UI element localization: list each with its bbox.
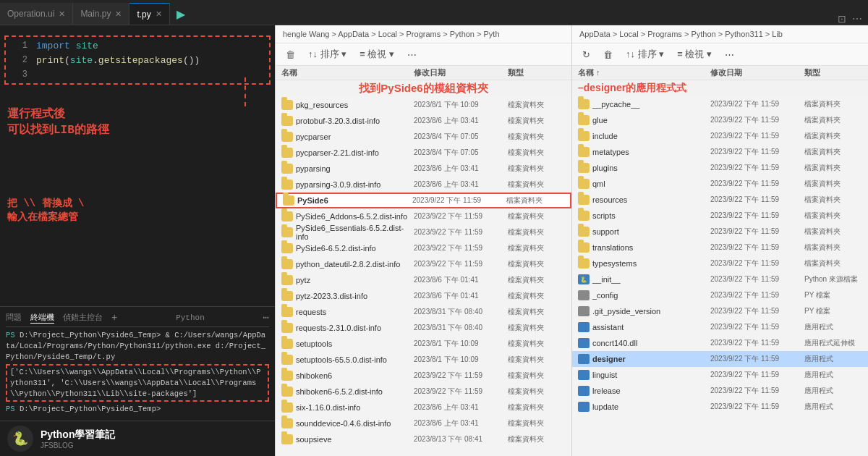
file-row-pyside6[interactable]: PySide6 2023/9/22 下午 11:59 檔案資料夾 xyxy=(276,193,571,208)
folder-icon-resources xyxy=(578,195,590,205)
file-row-pyparsing[interactable]: pyparsing 2023/8/6 上午 03:41 檔案資料夾 xyxy=(276,161,571,177)
file-row-pycache[interactable]: __pycache__ 2023/9/22 下午 11:59 檔案資料夾 xyxy=(572,96,868,112)
add-terminal-button[interactable]: + xyxy=(111,312,117,324)
file-row-protobuf[interactable]: protobuf-3.20.3.dist-info 2023/8/6 上午 03… xyxy=(276,113,571,129)
close-tab-main-icon[interactable]: ✕ xyxy=(115,9,122,19)
close-tab-t-icon[interactable]: ✕ xyxy=(156,9,162,19)
toolbar-more-btn[interactable]: ⋯ xyxy=(403,48,421,62)
toolbar-view-btn[interactable]: ≡ 檢視 ▾ xyxy=(355,46,399,62)
right-toolbar-refresh-btn[interactable]: ↻ xyxy=(578,48,595,62)
file-row-config[interactable]: _config 2023/9/22 下午 11:59 PY 檔案 xyxy=(572,287,868,303)
tab-extra-icons: ⊡ ⋯ xyxy=(838,13,868,25)
file-row-requests-dist[interactable]: requests-2.31.0.dist-info 2023/8/31 下午 0… xyxy=(276,320,571,336)
tab-operation[interactable]: Operation.ui ✕ xyxy=(0,3,73,25)
line-number-2: 2 xyxy=(13,55,27,65)
explorer-panels: hengle Wang > AppData > Local > Programs… xyxy=(275,25,868,456)
file-row-typesystems[interactable]: typesystems 2023/9/22 下午 11:59 檔案資料夾 xyxy=(572,256,868,271)
terminal-more-icon[interactable]: ⋯ xyxy=(263,311,269,324)
split-editor-icon[interactable]: ⊡ xyxy=(838,13,846,25)
right-breadcrumb: AppData > Local > Programs > Python > Py… xyxy=(572,25,868,43)
right-panel-wrapper: AppData > Local > Programs > Python > Py… xyxy=(571,25,868,456)
file-row-pycparser-dist[interactable]: pycparser-2.21.dist-info 2023/8/4 下午 07:… xyxy=(276,145,571,161)
tab-main-label: Main.py xyxy=(80,9,111,19)
tab-terminal[interactable]: 終端機 xyxy=(30,312,54,324)
file-row-pyside6-addons[interactable]: PySide6_Addons-6.5.2.dist-info 2023/9/22… xyxy=(276,208,571,224)
file-row-init[interactable]: 🐍 __init__ 2023/9/22 下午 11:59 Python 來源檔… xyxy=(572,271,868,287)
file-row-metatypes[interactable]: metatypes 2023/9/22 下午 11:59 檔案資料夾 xyxy=(572,144,868,160)
folder-icon-qml xyxy=(578,179,590,189)
folder-icon-include xyxy=(578,131,590,141)
file-row-pyside6-essentials[interactable]: PySide6_Essentials-6.5.2.dist-info 2023/… xyxy=(276,224,571,240)
col-header-date: 修改日期 xyxy=(414,67,508,78)
file-row-qml[interactable]: qml 2023/9/22 下午 11:59 檔案資料夾 xyxy=(572,176,868,192)
folder-icon-protobuf xyxy=(281,116,293,126)
file-row-glue[interactable]: glue 2023/9/22 下午 11:59 檔案資料夾 xyxy=(572,112,868,128)
file-row-shiboken6[interactable]: shiboken6 2023/9/22 下午 11:59 檔案資料夾 xyxy=(276,368,571,384)
tab-problems[interactable]: 問題 xyxy=(6,312,22,323)
file-row-shiboken6-dist[interactable]: shiboken6-6.5.2.dist-info 2023/9/22 下午 1… xyxy=(276,384,571,400)
file-row-pkg-resources[interactable]: pkg_resources 2023/8/1 下午 10:09 檔案資料夾 xyxy=(276,97,571,113)
folder-icon-translations xyxy=(578,242,590,253)
file-row-designer[interactable]: designer 2023/9/22 下午 11:59 應用程式 xyxy=(572,351,868,367)
line-number-3: 3 xyxy=(13,69,27,80)
folder-icon-six xyxy=(281,402,293,413)
toolbar-sort-btn[interactable]: ↑↓ 排序 ▾ xyxy=(304,46,351,62)
file-row-plugins[interactable]: plugins 2023/9/22 下午 11:59 檔案資料夾 xyxy=(572,160,868,176)
middle-explorer-header: 名稱 修改日期 類型 xyxy=(276,66,571,80)
file-row-include[interactable]: include 2023/9/22 下午 11:59 檔案資料夾 xyxy=(572,128,868,144)
file-icon-concrt140 xyxy=(578,338,590,348)
file-row-scripts[interactable]: scripts 2023/9/22 下午 11:59 檔案資料夾 xyxy=(572,208,868,224)
right-col-header-name: 名稱 ↑ xyxy=(578,67,710,78)
file-row-setuptools[interactable]: setuptools 2023/8/1 下午 10:09 檔案資料夾 xyxy=(276,336,571,352)
more-actions-icon[interactable]: ⋯ xyxy=(852,13,862,25)
folder-icon-pyside6 xyxy=(283,195,294,206)
tab-t[interactable]: t.py ✕ xyxy=(129,3,169,25)
file-row-pytz[interactable]: pytz 2023/8/6 下午 01:41 檔案資料夾 xyxy=(276,272,571,288)
file-row-pycparser[interactable]: pycparser 2023/8/4 下午 07:05 檔案資料夾 xyxy=(276,129,571,145)
file-row-six[interactable]: six-1.16.0.dist-info 2023/8/6 上午 03:41 檔… xyxy=(276,400,571,415)
file-row-lupdate[interactable]: lupdate 2023/9/22 下午 11:59 應用程式 xyxy=(572,399,868,415)
right-toolbar-sort-btn[interactable]: ↑↓ 排序 ▾ xyxy=(621,46,668,62)
file-row-sounddevice[interactable]: sounddevice-0.4.6.dist-info 2023/8/6 上午 … xyxy=(276,415,571,431)
file-row-pyparsing-dist[interactable]: pyparsing-3.0.9.dist-info 2023/8/6 上午 03… xyxy=(276,177,571,193)
col-header-type: 類型 xyxy=(508,67,566,78)
terminal-line-1: PS D:\Project_Python\Pyside6_Temp> & C:/… xyxy=(6,330,269,362)
file-icon-lrelease xyxy=(578,386,590,396)
brand-icon: 🐍 xyxy=(7,426,33,452)
code-line-1: 1 import site xyxy=(7,38,268,53)
folder-icon-pyside6-essentials xyxy=(281,227,293,237)
file-row-assistant[interactable]: assistant 2023/9/22 下午 11:59 應用程式 xyxy=(572,319,868,335)
folder-icon-python-dateutil xyxy=(281,259,293,269)
tab-t-label: t.py xyxy=(137,9,150,20)
right-toolbar-more-btn[interactable]: ⋯ xyxy=(720,48,739,62)
file-row-git-pyside-version[interactable]: .git_pyside_version 2023/9/22 下午 11:59 P… xyxy=(572,303,868,319)
file-row-requests[interactable]: requests 2023/8/31 下午 08:40 檔案資料夾 xyxy=(276,304,571,320)
file-row-resources[interactable]: resources 2023/9/22 下午 11:59 檔案資料夾 xyxy=(572,192,868,208)
close-tab-operation-icon[interactable]: ✕ xyxy=(59,9,65,19)
right-toolbar-delete-btn[interactable]: 🗑 xyxy=(599,48,617,62)
tab-debug[interactable]: 偵錯主控台 xyxy=(63,312,103,323)
file-row-support[interactable]: support 2023/9/22 下午 11:59 檔案資料夾 xyxy=(572,224,868,240)
right-file-explorer: AppData > Local > Programs > Python > Py… xyxy=(571,25,868,456)
file-row-concrt140[interactable]: concrt140.dll 2023/9/22 下午 11:59 應用程式延伸模 xyxy=(572,335,868,351)
code-content-2: print(site.getsitepackages()) xyxy=(36,55,200,66)
folder-icon-pyparsing xyxy=(281,164,293,174)
terminal-output-highlighted: ['C:\\Users\\wangs\\AppData\\Local\\Prog… xyxy=(6,364,269,402)
file-row-pytz-dist[interactable]: pytz-2023.3.dist-info 2023/8/6 下午 01:41 … xyxy=(276,288,571,304)
file-row-soupsieve[interactable]: soupsieve 2023/8/13 下午 08:41 檔案資料夾 xyxy=(276,431,571,447)
file-row-setuptools-dist[interactable]: setuptools-65.5.0.dist-info 2023/8/1 下午 … xyxy=(276,352,571,368)
middle-file-list: 找到PySide6的模組資料夾 pkg_resources 2023/8/1 下… xyxy=(276,80,571,456)
tab-main[interactable]: Main.py ✕ xyxy=(73,3,129,25)
tab-bar: Operation.ui ✕ Main.py ✕ t.py ✕ ▶ ⊡ ⋯ xyxy=(0,0,868,25)
file-row-pyside6-dist[interactable]: PySide6-6.5.2.dist-info 2023/9/22 下午 11:… xyxy=(276,240,571,256)
brand-bar: 🐍 Python學習筆記 JFSBLOG xyxy=(0,421,275,456)
toolbar-delete-btn[interactable]: 🗑 xyxy=(281,48,299,62)
folder-icon-support xyxy=(578,227,590,237)
file-row-python-dateutil[interactable]: python_dateutil-2.8.2.dist-info 2023/9/2… xyxy=(276,256,571,272)
file-icon-linguist xyxy=(578,370,590,380)
file-row-translations[interactable]: translations 2023/9/22 下午 11:59 檔案資料夾 xyxy=(572,240,868,256)
file-row-linguist[interactable]: linguist 2023/9/22 下午 11:59 應用程式 xyxy=(572,367,868,383)
run-button[interactable]: ▶ xyxy=(170,3,192,25)
file-row-lrelease[interactable]: lrelease 2023/9/22 下午 11:59 應用程式 xyxy=(572,383,868,399)
right-toolbar-view-btn[interactable]: ≡ 檢視 ▾ xyxy=(673,46,716,62)
